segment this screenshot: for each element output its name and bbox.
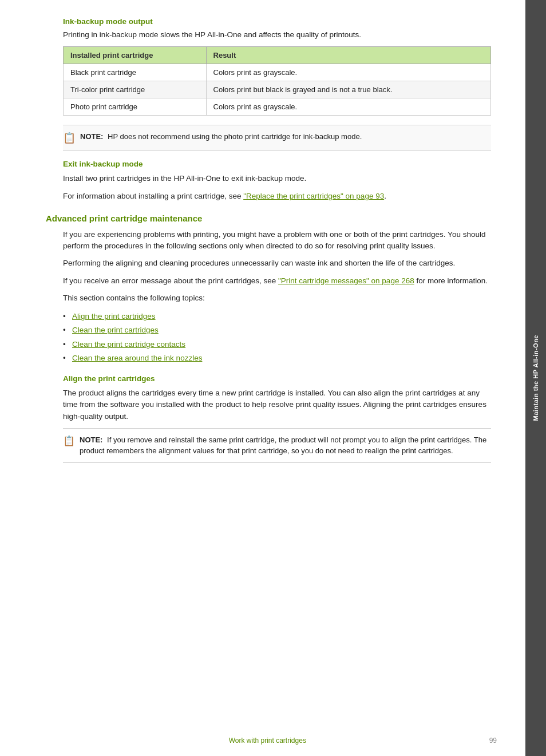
align-note-label: NOTE:: [80, 436, 102, 444]
list-item: Align the print cartridges: [63, 310, 491, 323]
advanced-link-3[interactable]: Clean the area around the ink nozzles: [72, 354, 202, 362]
align-heading: Align the print cartridges: [63, 374, 491, 383]
advanced-link-0[interactable]: Align the print cartridges: [72, 312, 156, 320]
sidebar-label: Maintain the HP All-in-One: [532, 335, 539, 421]
align-note-box: 📋 NOTE: If you remove and reinstall the …: [63, 428, 491, 463]
table-row: Photo print cartridgeColors print as gra…: [64, 98, 491, 116]
advanced-para3-prefix: If you receive an error message about th…: [63, 276, 278, 285]
table-cell-result: Colors print as grayscale.: [206, 98, 490, 116]
align-note-content: NOTE: If you remove and reinstall the sa…: [80, 434, 491, 457]
ink-backup-table: Installed print cartridge Result Black p…: [63, 46, 491, 116]
footer-page: 99: [489, 737, 497, 745]
align-para1: The product aligns the cartridges every …: [63, 387, 491, 422]
exit-para2-link[interactable]: "Replace the print cartridges" on page 9…: [243, 192, 384, 200]
note-box-1: 📋 NOTE: HP does not recommend using the …: [63, 125, 491, 151]
note-body-1: HP does not recommend using the photo pr…: [108, 132, 362, 141]
table-cell-cartridge: Tri-color print cartridge: [64, 81, 207, 98]
advanced-link-2[interactable]: Clean the print cartridge contacts: [72, 340, 185, 349]
advanced-link-1[interactable]: Clean the print cartridges: [72, 326, 159, 334]
list-item: Clean the print cartridge contacts: [63, 338, 491, 351]
footer-center: Work with print cartridges: [229, 737, 306, 745]
note-label-1: NOTE:: [80, 132, 103, 141]
table-cell-cartridge: Black print cartridge: [64, 64, 207, 81]
table-col2-header: Result: [206, 47, 490, 64]
table-row: Black print cartridgeColors print as gra…: [64, 64, 491, 81]
table-row: Tri-color print cartridgeColors print bu…: [64, 81, 491, 98]
advanced-para4: This section contains the following topi…: [63, 292, 491, 304]
list-item: Clean the print cartridges: [63, 323, 491, 337]
ink-backup-intro: Printing in ink-backup mode slows the HP…: [63, 29, 491, 41]
note-text-1: NOTE: HP does not recommend using the ph…: [80, 131, 362, 143]
advanced-links-list: Align the print cartridgesClean the prin…: [63, 310, 491, 365]
advanced-heading: Advanced print cartridge maintenance: [46, 213, 491, 223]
advanced-body: If you are experiencing problems with pr…: [63, 229, 491, 463]
table-cell-cartridge: Photo print cartridge: [64, 98, 207, 116]
list-item: Clean the area around the ink nozzles: [63, 351, 491, 365]
align-section: Align the print cartridges The product a…: [63, 374, 491, 463]
exit-heading: Exit ink-backup mode: [63, 160, 491, 168]
page-container: Ink-backup mode output Printing in ink-b…: [0, 0, 546, 756]
page-footer: Work with print cartridges 99: [46, 737, 497, 745]
align-note-text: If you remove and reinstall the same pri…: [80, 436, 486, 456]
advanced-para2: Performing the aligning and cleaning pro…: [63, 258, 491, 269]
table-col1-header: Installed print cartridge: [64, 47, 207, 64]
exit-para1: Install two print cartridges in the HP A…: [63, 173, 491, 184]
main-content: Ink-backup mode output Printing in ink-b…: [0, 0, 525, 756]
ink-backup-heading: Ink-backup mode output: [63, 17, 153, 26]
advanced-para3-suffix: for more information.: [414, 276, 488, 285]
advanced-section: Advanced print cartridge maintenance If …: [46, 213, 491, 463]
align-note-icon: 📋: [63, 435, 75, 447]
note-icon-1: 📋: [63, 132, 76, 144]
exit-para2-suffix: .: [384, 192, 386, 200]
sidebar: Maintain the HP All-in-One: [525, 0, 546, 756]
exit-section: Exit ink-backup mode Install two print c…: [63, 160, 491, 202]
exit-para2: For information about installing a print…: [63, 191, 491, 202]
exit-para2-prefix: For information about installing a print…: [63, 192, 243, 200]
table-cell-result: Colors print but black is grayed and is …: [206, 81, 490, 98]
table-cell-result: Colors print as grayscale.: [206, 64, 490, 81]
ink-backup-section: Ink-backup mode output Printing in ink-b…: [63, 17, 491, 202]
advanced-para1: If you are experiencing problems with pr…: [63, 229, 491, 252]
advanced-para3-link[interactable]: "Print cartridge messages" on page 268: [278, 276, 414, 285]
advanced-para3: If you receive an error message about th…: [63, 275, 491, 287]
